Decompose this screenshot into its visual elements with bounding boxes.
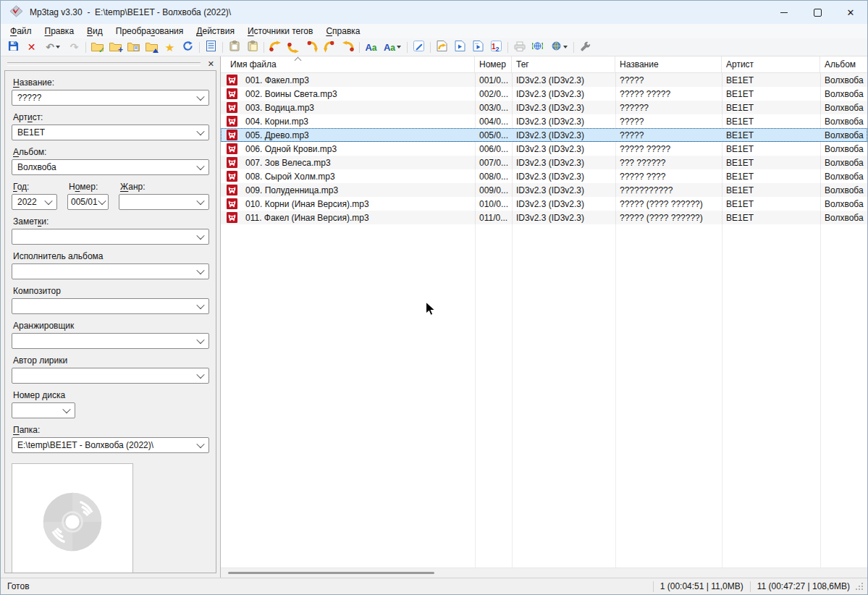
add-directory-button[interactable]: + [106,39,125,55]
column-header-tag[interactable]: Тег [512,56,615,72]
autonumbering-wizard-button[interactable]: 12 [487,39,505,55]
album-field[interactable]: Волхвоба [12,159,209,175]
table-row[interactable]: 010. Корни (Иная Версия).mp3010/0...ID3v… [221,197,867,211]
convert-filename-to-filename-button[interactable] [303,39,321,55]
print-button[interactable] [510,39,528,55]
column-header-track[interactable]: Номер [475,56,512,72]
options-button[interactable] [576,39,594,55]
case-conversion-button[interactable]: Aa [362,39,380,55]
file-name: 009. Полуденница.mp3 [243,185,475,195]
track-number: 011/0... [475,213,512,223]
table-row[interactable]: 007. Зов Велеса.mp3007/0...ID3v2.3 (ID3v… [221,156,867,169]
table-row[interactable]: 001. Факел.mp3001/0...ID3v2.3 (ID3v2.3)?… [221,73,867,87]
parent-directory-button[interactable] [143,39,161,55]
column-header-filename[interactable]: Имя файла [221,56,475,72]
genre-field[interactable] [119,194,209,210]
table-row[interactable]: 011. Факел (Иная Версия).mp3011/0...ID3v… [221,211,867,224]
column-header-artist[interactable]: Артист [722,56,820,72]
convert-tag-to-filename-button[interactable] [266,39,285,55]
composer-field[interactable] [12,298,209,314]
field-discnumber: Номер диска [12,390,209,418]
chevron-down-icon[interactable] [196,127,204,135]
resize-grip-icon[interactable] [856,583,864,593]
chevron-down-icon[interactable] [196,440,204,448]
case-conversion-menu-button[interactable]: Aa [380,39,405,55]
file-name: 001. Факел.mp3 [243,75,475,85]
chevron-down-icon[interactable] [196,93,204,101]
title-field[interactable]: ????? [12,90,209,106]
convert-tag-to-tag-button[interactable] [321,39,339,55]
year-field[interactable]: 2022 [12,194,57,210]
chevron-down-icon[interactable] [62,405,70,413]
menu-help[interactable]: Справка [319,25,366,38]
artist-field[interactable]: BE1ET [12,125,209,140]
redo-button[interactable]: ↷ [65,39,83,55]
horizontal-scrollbar[interactable] [221,567,867,578]
track-album: Волхвоба [820,103,867,113]
albumartist-field[interactable] [12,263,209,279]
discnumber-field[interactable] [12,402,75,418]
field-genre: Жанр: [119,182,209,210]
lyricist-field[interactable] [12,368,209,384]
table-row[interactable]: 004. Корни.mp3004/0...ID3v2.3 (ID3v2.3)?… [221,114,867,128]
web-sources-button[interactable] [528,39,547,55]
chevron-down-icon[interactable] [196,162,204,170]
chevron-down-icon[interactable] [196,336,204,344]
track-title: ????? ????? [615,144,722,154]
arranger-field[interactable] [12,333,209,349]
convert-textfile-to-tag-button[interactable] [339,39,357,55]
cover-art-box[interactable] [12,463,133,573]
table-row[interactable]: 009. Полуденница.mp3009/0...ID3v2.3 (ID3… [221,183,867,197]
refresh-icon [182,41,193,54]
copy-tag-button[interactable] [225,39,243,55]
column-header-title[interactable]: Название [615,56,722,72]
maximize-button[interactable] [801,1,834,24]
menu-view[interactable]: Вид [80,25,109,38]
panel-close-icon[interactable]: ✕ [208,60,214,68]
globe-sync-icon [532,41,543,54]
chevron-down-icon[interactable] [196,197,204,205]
table-row[interactable]: 003. Водица.mp3003/0...ID3v2.3 (ID3v2.3)… [221,101,867,114]
remove-tag-button[interactable]: ✕ [22,39,41,55]
chevron-down-icon[interactable] [196,371,204,379]
web-sources-menu-button[interactable] [547,39,571,55]
chevron-down-icon[interactable] [196,301,204,309]
table-row[interactable]: 006. Одной Крови.mp3006/0...ID3v2.3 (ID3… [221,142,867,156]
comment-field[interactable] [12,229,209,245]
change-directory-button[interactable]: ✓ [88,39,106,55]
table-row[interactable]: 002. Воины Света.mp3002/0...ID3v2.3 (ID3… [221,87,867,101]
chevron-down-icon[interactable] [44,197,52,205]
panel-grip[interactable] [7,62,201,66]
edit-tag-button[interactable] [410,39,428,55]
save-button[interactable] [4,39,22,55]
chevron-down-icon[interactable] [196,266,204,274]
menu-file[interactable]: Файл [4,25,38,38]
menu-edit[interactable]: Правка [38,25,81,38]
refresh-button[interactable] [179,39,197,55]
mp3-file-icon [221,88,243,99]
tag-panel-toggle-button[interactable] [202,39,220,55]
chevron-down-icon[interactable] [98,197,106,205]
convert-filename-to-tag-button[interactable] [285,39,303,55]
actions-button[interactable] [451,39,469,55]
track-album: Волхвоба [820,75,867,85]
menu-convert[interactable]: Преобразования [109,25,190,38]
table-row[interactable]: 005. Древо.mp3005/0...ID3v2.3 (ID3v2.3)?… [221,128,867,142]
export-button[interactable] [433,39,451,55]
column-header-album[interactable]: Альбом [820,56,867,72]
minimize-button[interactable] [767,1,801,24]
favorites-button[interactable]: ★ [161,39,179,55]
track-field[interactable]: 005/01 [67,194,109,210]
menu-tag-sources[interactable]: Источники тегов [241,25,319,38]
paste-tag-button[interactable] [243,39,261,55]
close-button[interactable]: ✕ [834,1,867,24]
undo-button[interactable]: ↶ [41,39,65,55]
menu-actions[interactable]: Действия [190,25,241,38]
scrollbar-thumb[interactable] [228,572,434,574]
directory-field[interactable]: E:\temp\BE1ET - Волхвоба (2022)\ [12,437,209,453]
chevron-down-icon[interactable] [196,232,204,240]
playlist-button[interactable] [125,39,143,55]
actions-quick-button[interactable] [469,39,487,55]
undo-icon: ↶ [46,42,54,52]
table-row[interactable]: 008. Сырой Холм.mp3008/0...ID3v2.3 (ID3v… [221,169,867,183]
